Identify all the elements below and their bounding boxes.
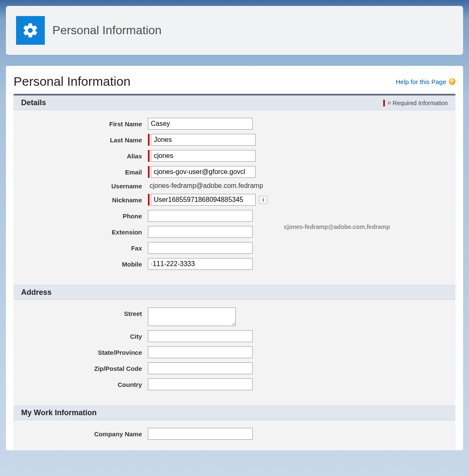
scroll-area[interactable]: Personal Information Help for this Page … bbox=[6, 66, 463, 450]
input-fax[interactable] bbox=[148, 242, 253, 254]
field-mobile: Mobile bbox=[21, 258, 448, 270]
field-last-name: Last Name bbox=[21, 134, 448, 146]
label-alias: Alias bbox=[21, 152, 148, 160]
field-phone: Phone bbox=[21, 210, 448, 222]
label-phone: Phone bbox=[21, 212, 148, 220]
label-mobile: Mobile bbox=[21, 261, 148, 268]
help-icon[interactable]: ? bbox=[449, 78, 455, 85]
input-extension[interactable] bbox=[148, 226, 253, 238]
label-company: Company Name bbox=[21, 430, 148, 438]
section-head-details: Details = Required Information bbox=[14, 95, 455, 110]
field-state: State/Province bbox=[21, 346, 448, 358]
input-nickname[interactable] bbox=[151, 194, 256, 206]
label-email: Email bbox=[21, 169, 148, 176]
gear-icon bbox=[16, 16, 45, 45]
help-link[interactable]: Help for this Page bbox=[396, 78, 446, 85]
label-zip: Zip/Postal Code bbox=[21, 365, 148, 372]
input-city[interactable] bbox=[148, 330, 253, 342]
input-email[interactable] bbox=[151, 166, 256, 178]
field-email: Email bbox=[21, 166, 448, 178]
page-head-row: Personal Information Help for this Page … bbox=[14, 74, 455, 89]
section-head-address: Address bbox=[14, 285, 455, 300]
input-state[interactable] bbox=[148, 346, 253, 358]
section-body-address: Street City State/Province Zip/Postal Co… bbox=[14, 300, 455, 405]
section-body-work: Company Name bbox=[14, 420, 455, 450]
field-company: Company Name bbox=[21, 428, 448, 440]
input-last-name[interactable] bbox=[151, 134, 256, 146]
field-username: Username cjones-fedramp@adobe.com.fedram… bbox=[21, 182, 448, 190]
required-bar-icon bbox=[148, 150, 150, 162]
field-extension: Extension bbox=[21, 226, 448, 238]
label-state: State/Province bbox=[21, 349, 148, 356]
field-zip: Zip/Postal Code bbox=[21, 362, 448, 374]
required-bar-icon bbox=[148, 194, 150, 206]
field-street: Street bbox=[21, 307, 448, 326]
info-icon[interactable]: i bbox=[259, 196, 267, 204]
input-street[interactable] bbox=[148, 307, 236, 326]
field-first-name: First Name bbox=[21, 118, 448, 130]
help-wrap: Help for this Page ? bbox=[396, 78, 455, 85]
page-title: Personal Information bbox=[14, 74, 131, 89]
label-last-name: Last Name bbox=[21, 136, 148, 144]
field-fax: Fax bbox=[21, 242, 448, 254]
field-alias: Alias bbox=[21, 150, 448, 162]
field-city: City bbox=[21, 330, 448, 342]
label-country: Country bbox=[21, 381, 148, 388]
value-username: cjones-fedramp@adobe.com.fedramp bbox=[148, 182, 263, 190]
required-legend-text: = Required Information bbox=[387, 100, 448, 106]
input-country[interactable] bbox=[148, 378, 253, 390]
label-first-name: First Name bbox=[21, 120, 148, 128]
header-card: Personal Information bbox=[6, 6, 463, 55]
required-legend: = Required Information bbox=[383, 100, 448, 106]
required-bar-icon bbox=[148, 166, 150, 178]
section-body-details: First Name Last Name Alias bbox=[14, 110, 455, 285]
input-phone[interactable] bbox=[148, 210, 253, 222]
section-head-work: My Work Information bbox=[14, 405, 455, 420]
section-title-work: My Work Information bbox=[21, 408, 97, 417]
field-nickname: Nickname i bbox=[21, 194, 448, 206]
input-company[interactable] bbox=[148, 428, 253, 440]
main-panel: Personal Information Help for this Page … bbox=[6, 66, 463, 450]
label-nickname: Nickname bbox=[21, 196, 148, 204]
field-country: Country bbox=[21, 378, 448, 390]
section-title-details: Details bbox=[21, 98, 46, 107]
label-username: Username bbox=[21, 182, 148, 190]
label-city: City bbox=[21, 333, 148, 340]
section-title-address: Address bbox=[21, 288, 52, 297]
label-fax: Fax bbox=[21, 245, 148, 252]
required-bar-icon bbox=[383, 100, 385, 106]
required-bar-icon bbox=[148, 134, 150, 146]
header-title: Personal Information bbox=[52, 24, 161, 37]
input-mobile[interactable] bbox=[148, 258, 253, 270]
input-first-name[interactable] bbox=[148, 118, 253, 130]
input-zip[interactable] bbox=[148, 362, 253, 374]
label-extension: Extension bbox=[21, 228, 148, 236]
label-street: Street bbox=[21, 307, 148, 317]
input-alias[interactable] bbox=[151, 150, 256, 162]
